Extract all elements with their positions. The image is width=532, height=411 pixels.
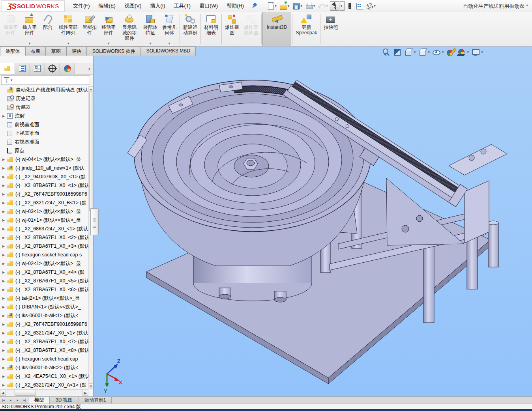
expand-arrow-icon[interactable]: ▶ [0,114,7,118]
tree-item[interactable]: ▶(-) DIBIAN<1> (默认<<默认>_ [0,303,88,311]
expand-arrow-icon[interactable]: ▶ [0,236,7,239]
print-button[interactable]: ▾ [304,1,317,11]
tab-motion-study-1[interactable]: 运动算例1 [79,397,112,404]
previous-view-icon[interactable] [382,47,391,57]
tree-item[interactable]: ▶(-) iks-06001-b-all<1> (默认< [0,311,88,320]
tree-item[interactable]: ▶(-) _X2_87BA67F1_X0_<8> (默认 [0,346,88,355]
tree-item[interactable]: ▶(-) _X2_94DD76D8_X0_<1> (默 [0,172,88,181]
tab-assembly[interactable]: 装配体 [0,47,25,56]
expand-arrow-icon[interactable]: ▶ [0,323,7,326]
tab-3d-views[interactable]: 3D 视图 [50,397,79,404]
expand-arrow-icon[interactable]: ▶ [0,210,7,213]
expand-arrow-icon[interactable]: ▶ [0,219,7,222]
dropdown-arrow-icon[interactable]: ▾ [29,41,31,45]
open-file-icon[interactable] [279,2,288,10]
expand-arrow-icon[interactable]: ▶ [0,331,7,335]
expand-arrow-icon[interactable]: ▶ [0,288,7,291]
expand-arrow-icon[interactable]: ▶ [0,375,7,378]
tree-item[interactable]: ▶(-) _X2_4EA754C1_X0_<1> (默认 [0,372,88,381]
pin-menu-icon[interactable] [251,3,257,9]
dropdown-arrow-icon[interactable]: ▾ [275,4,277,8]
expand-arrow-icon[interactable]: ▶ [0,158,7,161]
tree-item[interactable]: ▶(-) wj-04<1> (默认<<默认>_显 [0,155,88,164]
expand-arrow-icon[interactable]: ▶ [0,366,7,370]
insert-component-button[interactable]: 插入零部件▾ [20,12,39,46]
tab-model[interactable]: 模型 [28,397,50,404]
expand-arrow-icon[interactable]: ▶ [0,184,7,187]
configurationmanager-tab-button[interactable] [30,63,45,74]
save-button[interactable]: ▾ [291,1,304,11]
featuremanager-tab-button[interactable] [0,63,15,74]
new-motion-study-button[interactable]: 新建运动算例 [181,12,200,46]
tab-evaluate[interactable]: 评估 [66,47,87,56]
select-cursor-button[interactable] [330,1,339,11]
smart-fasteners-button[interactable]: 智能扣件 [80,12,99,46]
expand-arrow-icon[interactable]: ▶ [0,166,7,170]
options-list-button[interactable] [355,1,364,11]
expand-arrow-icon[interactable]: ▶ [0,349,7,352]
dropdown-arrow-icon[interactable]: ▾ [108,41,110,45]
tree-item[interactable]: ▶(-) iks-06001-b-all<2> (默认< [0,363,88,372]
select-cursor-icon[interactable] [330,2,339,10]
tree-item[interactable]: ▶(-) wj-01<1> (默认<<默认>_显 [0,216,88,224]
tree-item[interactable]: ▶(-) jmdp_120_all_new<1> (默认 [0,164,88,172]
tree-item[interactable]: ▶(-) hexagon socket head cap s [0,250,88,259]
tab-layout[interactable]: 布局 [25,47,46,56]
tree-item[interactable]: 上视基准面 [0,129,88,138]
scroll-right-icon[interactable]: ▶ [82,390,88,396]
dropdown-arrow-icon[interactable]: ▾ [67,41,69,45]
scroll-down-icon[interactable]: ▼ [89,383,93,389]
bill-of-materials-button[interactable]: 材料明细表 [202,12,221,46]
tree-item[interactable]: 历史记录 [0,94,88,103]
scroll-left-icon[interactable]: ◀ [0,390,6,396]
graphics-area[interactable]: Z X Y ▾▾▾▾▾ [94,47,532,396]
study-tab-nav-icon[interactable]: ▸ [14,397,21,404]
dropdown-arrow-icon[interactable]: ▾ [150,41,152,45]
dropdown-arrow-icon[interactable]: ▾ [288,4,290,8]
expand-arrow-icon[interactable]: ▶ [0,314,7,318]
menu-tools[interactable]: 工具(T) [170,1,195,11]
tree-item[interactable]: ▶(-) _X2_87BA67F1_X0_<5> (默认 [0,276,88,285]
study-tab-nav-icon[interactable]: |◂ [0,397,7,404]
view-settings-icon[interactable] [471,47,480,57]
dropdown-arrow-icon[interactable]: ▾ [428,50,430,54]
section-view-icon[interactable] [393,47,402,57]
panel-splitter-handle[interactable] [90,208,99,235]
dropdown-arrow-icon[interactable]: ▾ [313,4,315,8]
assembly-features-button[interactable]: 装配体特征▾ [141,12,160,46]
menu-file[interactable]: 文件(F) [69,1,94,11]
vertical-scroll-thumb[interactable] [89,92,94,211]
tree-item[interactable]: ▶(-) wj-02<1> (默认<<默认>_显 [0,259,88,268]
expand-arrow-icon[interactable]: ▶ [0,175,7,179]
expand-arrow-icon[interactable]: ▶ [0,383,7,387]
edit-appearance-icon[interactable] [446,47,455,57]
dimxpertmanager-tab-button[interactable] [45,63,60,74]
horizontal-scroll-thumb[interactable] [15,390,36,396]
filter-funnel-icon[interactable] [4,77,9,83]
expand-arrow-icon[interactable]: ▶ [0,262,7,265]
save-icon[interactable] [292,2,300,10]
tree-item[interactable]: ▶(-) _X2_76F47EBF900165998F6 [0,190,88,198]
expand-arrow-icon[interactable]: ▶ [0,357,7,361]
undo-button[interactable]: ▾ [317,1,330,11]
tree-item[interactable]: ▶(-) _X2_63217247_X0_<1> (默认 [0,329,88,337]
expand-arrow-icon[interactable]: ▶ [0,340,7,344]
tree-item[interactable]: ▶(-) _X2_87BA67F1_X0_<1> (默认 [0,181,88,190]
menu-insert[interactable]: 插入(I) [146,1,169,11]
tree-item[interactable]: 传感器 [0,103,88,112]
update-speedpak-button[interactable]: 更新Speedpak [293,12,319,46]
undo-icon[interactable] [317,2,326,10]
settings-gear-button[interactable]: ▾ [365,1,377,11]
exploded-view-button[interactable]: 爆炸视图 [223,12,242,46]
menu-help[interactable]: 帮助(H) [223,1,248,11]
zoom-to-area-icon[interactable] [371,47,380,57]
instant3d-button[interactable]: Instant3D [262,12,291,46]
dropdown-arrow-icon[interactable]: ▾ [414,50,416,54]
expand-arrow-icon[interactable]: ▶ [0,192,7,196]
show-hidden-components-button[interactable]: 显示隐藏的零部件 [120,12,139,46]
displaymanager-tab-button[interactable] [60,63,75,74]
dropdown-arrow-icon[interactable]: ▾ [467,50,469,54]
tab-solidworks-addins[interactable]: SOLIDWORKS 插件 [87,47,141,56]
tree-item[interactable]: ▶(-) _X2_76F47EBF900165998F6 [0,320,88,329]
dropdown-arrow-icon[interactable]: ▾ [481,50,483,54]
